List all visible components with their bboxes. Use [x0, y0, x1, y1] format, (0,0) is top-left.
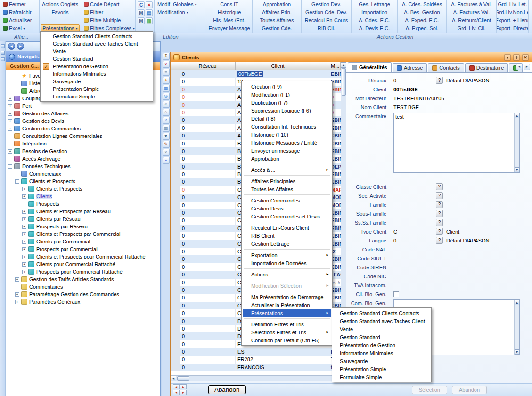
tab-generalites[interactable]: Généralités	[348, 62, 392, 72]
edge-icon[interactable]	[1, 51, 5, 55]
row-selector[interactable]	[171, 93, 180, 101]
presentation-option-informations-minimales[interactable]: Informations Minimales	[41, 70, 152, 78]
ribbon-button-a-cdes-soldees[interactable]: A. Cdes. Soldées	[399, 0, 445, 8]
edge-icon[interactable]	[1, 44, 5, 48]
row-selector[interactable]	[171, 232, 180, 240]
ribbon-button-actualiser[interactable]: Actualiser	[1, 16, 38, 24]
column-header-m[interactable]: M...	[320, 62, 341, 70]
expand-toggle-icon[interactable]: +	[22, 225, 26, 229]
textarea-commentaire[interactable]: test▲▼	[393, 113, 520, 173]
submenu-item-gestion-standard[interactable]: Gestion Standard	[333, 333, 430, 341]
expand-toggle-icon[interactable]: +	[22, 247, 26, 251]
tree-item-clients-pour-commercial-rattache[interactable]: +Clients pour Commercial Rattaché	[6, 260, 160, 268]
context-menu-item-historique-f10[interactable]: Historique (F10)	[243, 130, 331, 138]
row-selector[interactable]	[171, 140, 180, 147]
context-menu-item-detail-f8[interactable]: Détail (F8)	[243, 114, 331, 122]
row-selector[interactable]	[171, 70, 180, 78]
expand-toggle-icon[interactable]: +	[15, 292, 19, 297]
field-value[interactable]: 0	[393, 238, 396, 243]
collapse-icon[interactable]: «	[163, 101, 170, 108]
tree-item-gestion-des-tarifs-articles-standards[interactable]: +Gestion des Tarifs Articles Standards	[6, 275, 160, 283]
row-selector[interactable]	[171, 332, 180, 340]
tree-item-clients-et-prospects[interactable]: +Clients et Prospects	[6, 185, 160, 193]
expand-toggle-icon[interactable]: +	[22, 194, 26, 199]
submenu-item-gestion-standard-avec-taches-client[interactable]: Gestion Standard avec Taches Client	[333, 317, 430, 325]
tab-destinataire[interactable]: Destinataire	[465, 63, 508, 72]
ribbon-button-his-mes-ent[interactable]: His. Mes./Ent.	[207, 16, 251, 24]
context-menu-item-historique-messages-entite[interactable]: Historique Messages / Entité	[243, 138, 331, 146]
ribbon-mini-icon[interactable]: ▥	[146, 17, 153, 24]
ribbon-button-grd-liv-cli[interactable]: Grd. Liv. Cli.	[448, 24, 495, 32]
row-selector[interactable]	[171, 271, 180, 278]
tree-item-pert[interactable]: +Pert	[6, 102, 160, 110]
tree-item-acces-archivage[interactable]: +Accès Archivage	[6, 155, 160, 162]
abandon-button[interactable]: Abandon	[208, 385, 246, 394]
ribbon-button-ges-lettrage[interactable]: Ges. Lettrage	[352, 0, 396, 8]
row-selector[interactable]	[171, 209, 180, 217]
expand-toggle-icon[interactable]: +	[8, 149, 12, 154]
row-selector[interactable]	[171, 255, 180, 263]
table-row[interactable]: 0FRANCOISfranco	[171, 364, 341, 371]
ribbon-button-grd-liv-let[interactable]: Grd. Liv. Let.	[498, 0, 527, 8]
ribbon-button-code-depart[interactable]: Code Départ	[82, 0, 134, 8]
submenu-item-presentation-simple[interactable]: Présentation Simple	[333, 365, 430, 373]
expand-toggle-icon[interactable]: +	[8, 104, 12, 108]
field-value[interactable]: 0	[393, 78, 396, 83]
row-selector[interactable]	[171, 348, 180, 356]
tree-item-gestion-des-devis[interactable]: +Gestion des Devis	[6, 117, 160, 125]
tree-item-prospects[interactable]: +Prospects	[6, 200, 160, 208]
row-selector[interactable]	[171, 101, 180, 109]
scroll-up-icon[interactable]: ▲	[515, 113, 520, 118]
context-menu-item-duplication-f7[interactable]: Duplication (F7)	[243, 98, 331, 106]
checkbox[interactable]	[393, 291, 399, 297]
tree-item-commentaires[interactable]: +Commentaires	[6, 283, 160, 291]
help-button[interactable]: ?	[436, 237, 443, 244]
favorite-icon[interactable]: ★	[163, 77, 170, 84]
save-icon[interactable]: ▪	[163, 157, 170, 164]
submenu-item-informations-minimales[interactable]: Informations Minimales	[333, 349, 430, 357]
tree-item-prospects-pour-commercial-rattache[interactable]: +Prospects pour Commercial Rattaché	[6, 268, 160, 275]
ribbon-button-affaires-prin[interactable]: Affaires Prin.	[254, 8, 300, 16]
context-menu-item-importation-de-donnees[interactable]: Importation de Données	[243, 259, 331, 267]
expand-toggle-icon[interactable]: +	[15, 300, 19, 304]
ribbon-button-gestion-dev[interactable]: Gestion Dev.	[303, 0, 350, 8]
ribbon-button-a-devis-e-c[interactable]: A. Devis E.C.	[352, 24, 396, 32]
ribbon-button-favoris[interactable]: Favoris	[41, 8, 80, 16]
context-menu-item-gestion-lettrage[interactable]: Gestion Lettrage	[243, 240, 331, 248]
context-menu-item-recalcul-en-cours-client[interactable]: Recalcul En-Cours Client	[243, 224, 331, 232]
tree-item-prospects-par-commercial[interactable]: +Prospects par Commercial	[6, 245, 160, 253]
ribbon-button-gestion-cde[interactable]: Gestion Cde.	[254, 24, 300, 32]
first-record-icon[interactable]: ◄	[173, 384, 180, 389]
presentation-option-presentation-de-gestion[interactable]: ✓Présentation de Gestion	[41, 63, 152, 70]
context-menu-item-actualiser-la-presentation[interactable]: Actualiser la Présentation	[243, 301, 331, 309]
ribbon-button-filtre-multiple[interactable]: Filtre Multiple	[82, 16, 134, 24]
help-button[interactable]: ?	[436, 192, 443, 199]
context-menu-item-modification-f1[interactable]: Modification (F1)	[243, 90, 331, 98]
ribbon-mini-icon[interactable]: ▤	[146, 9, 153, 16]
chart-icon[interactable]: ▦	[163, 85, 170, 92]
ribbon-button-export-directe[interactable]: Export. Directe	[498, 24, 527, 32]
row-selector[interactable]	[171, 155, 180, 162]
tab-contacts[interactable]: Contacts	[428, 63, 464, 72]
ribbon-button-modification[interactable]: Modification▾	[156, 8, 205, 16]
context-menu-item-selections-filtres-et-tris[interactable]: Sélections Filtres et Tris►	[243, 328, 331, 336]
tree-item-integration[interactable]: +Intégration	[6, 140, 160, 147]
submenu-item-gestion-standard-clients-contacts[interactable]: Gestion Standard Clients Contacts	[333, 309, 430, 317]
context-menu-item-consultation-inf-techniques[interactable]: Consultation Inf. Techniques	[243, 122, 331, 130]
ribbon-button-envoyer-message[interactable]: Envoyer Message	[207, 24, 251, 32]
ribbon-button-rafraichir[interactable]: Rafraîchir	[1, 8, 38, 16]
presentation-option-gestion-standard[interactable]: Gestion Standard	[41, 55, 152, 63]
ribbon-mini-icon[interactable]: ×	[146, 1, 153, 8]
row-selector[interactable]	[171, 147, 180, 155]
ribbon-button-gestion-cde-dev[interactable]: Gestion Cde. Dev.	[303, 8, 350, 16]
row-selector[interactable]	[171, 132, 180, 139]
row-selector[interactable]	[171, 279, 180, 286]
expand-toggle-icon[interactable]: +	[22, 210, 26, 214]
row-selector[interactable]	[171, 309, 180, 317]
pin-icon[interactable]: ↧	[163, 53, 170, 60]
row-selector[interactable]	[171, 109, 180, 116]
expand-toggle-icon[interactable]: +	[8, 119, 12, 123]
context-menu-item-envoyer-un-message[interactable]: Envoyer un message	[243, 146, 331, 154]
ribbon-button-fermer[interactable]: Fermer	[1, 0, 38, 8]
tab-scroll-left-icon[interactable]: ◄	[516, 64, 523, 70]
